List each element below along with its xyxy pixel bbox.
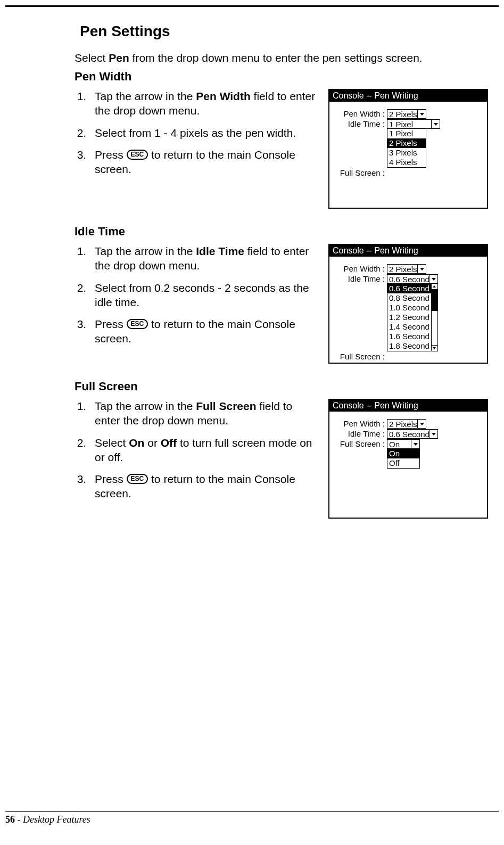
label-pen-width: Pen Width : [335, 109, 387, 118]
chevron-down-icon[interactable] [418, 109, 426, 119]
intro-text-post: from the drop down menu to enter the pen… [129, 52, 423, 64]
idle-time-combo[interactable]: 0.6 Second [387, 274, 438, 284]
top-rule [5, 5, 499, 7]
full-screen-dropdown[interactable]: On Off [387, 449, 420, 469]
pen-width-combo[interactable]: 2 Pixels [387, 419, 426, 429]
label-idle-time: Idle Time : [335, 274, 387, 283]
list-item: Tap the arrow in the Pen Width field to … [89, 89, 319, 118]
esc-key-icon: ESC [127, 474, 148, 484]
steps-full-screen: Tap the arrow in the Full Screen field t… [75, 399, 319, 501]
intro-paragraph: Select Pen from the drop down menu to en… [75, 52, 488, 64]
list-item[interactable]: 1.4 Second [387, 322, 431, 332]
scroll-up-icon[interactable] [432, 284, 437, 290]
page-footer: 56 - Desktop Features [5, 811, 499, 825]
chevron-down-icon[interactable] [429, 274, 438, 284]
esc-key-icon: ESC [127, 319, 148, 329]
list-item[interactable]: 1 Pixel [387, 129, 426, 138]
heading-pen-width: Pen Width [75, 70, 488, 84]
list-item[interactable]: 3 Pixels [387, 148, 426, 158]
scroll-down-icon[interactable] [432, 345, 437, 351]
list-item: Select On or Off to turn full screen mod… [89, 436, 319, 465]
chevron-down-icon[interactable] [432, 119, 440, 129]
steps-pen-width: Tap the arrow in the Pen Width field to … [75, 89, 319, 176]
idle-time-value: 0.6 Second [387, 274, 429, 284]
list-item: Press ESC to return to the main Console … [89, 317, 319, 346]
list-item[interactable]: Off [387, 458, 419, 468]
full-screen-value: On [387, 439, 411, 449]
footer-section: Desktop Features [23, 814, 90, 825]
pen-width-value: 2 Pixels [387, 419, 418, 429]
list-item[interactable]: 4 Pixels [387, 158, 426, 167]
list-item: Select from 0.2 seconds - 2 seconds as t… [89, 281, 319, 310]
pen-width-combo[interactable]: 2 Pixels [387, 109, 426, 119]
pen-width-value: 2 Pixels [387, 109, 418, 119]
label-pen-width: Pen Width : [335, 264, 387, 273]
footer-sep: - [15, 814, 23, 825]
list-item: Press ESC to return to the main Console … [89, 472, 319, 501]
list-item: Tap the arrow in the Full Screen field t… [89, 399, 319, 428]
scrollbar[interactable] [431, 284, 437, 351]
list-item[interactable]: 1.8 Second [387, 341, 431, 351]
idle-time-value: 1 Pixel [387, 119, 432, 129]
heading-full-screen: Full Screen [75, 380, 488, 393]
label-full-screen: Full Screen : [335, 168, 387, 177]
idle-time-combo[interactable]: 0.6 Second [387, 429, 438, 439]
intro-text-pre: Select [75, 52, 109, 64]
scroll-thumb[interactable] [432, 290, 437, 311]
idle-time-value: 0.6 Second [387, 429, 429, 439]
esc-key-icon: ESC [127, 150, 148, 160]
chevron-down-icon[interactable] [429, 429, 438, 439]
console-title: Console -- Pen Writing [329, 90, 487, 102]
pen-width-combo[interactable]: 2 Pixels [387, 264, 426, 274]
chevron-down-icon[interactable] [411, 439, 420, 449]
page-title: Pen Settings [80, 23, 488, 40]
chevron-down-icon[interactable] [418, 419, 426, 429]
label-idle-time: Idle Time : [335, 429, 387, 438]
idle-time-combo[interactable]: 1 Pixel [387, 119, 440, 129]
list-item[interactable]: On [387, 449, 419, 458]
console-title: Console -- Pen Writing [329, 400, 487, 412]
heading-idle-time: Idle Time [75, 225, 488, 239]
idle-time-dropdown[interactable]: 0.6 Second 0.8 Second 1.0 Second 1.2 Sec… [387, 284, 438, 351]
list-item[interactable]: 0.8 Second [387, 293, 431, 303]
console-figure-full-screen: Console -- Pen Writing Pen Width : 2 Pix… [328, 399, 488, 519]
list-item: Press ESC to return to the main Console … [89, 147, 319, 177]
list-item: Tap the arrow in the Idle Time field to … [89, 244, 319, 273]
page-number: 56 [5, 814, 15, 825]
console-title: Console -- Pen Writing [329, 245, 487, 257]
pen-width-value: 2 Pixels [387, 264, 418, 274]
full-screen-combo[interactable]: On [387, 439, 420, 449]
label-full-screen: Full Screen : [335, 352, 387, 361]
chevron-down-icon[interactable] [418, 264, 426, 274]
label-pen-width: Pen Width : [335, 419, 387, 428]
steps-idle-time: Tap the arrow in the Idle Time field to … [75, 244, 319, 346]
list-item[interactable]: 1.6 Second [387, 332, 431, 341]
list-item[interactable]: 2 Pixels [387, 138, 426, 148]
pen-width-dropdown[interactable]: 1 Pixel 2 Pixels 3 Pixels 4 Pixels [387, 129, 426, 168]
intro-text-bold: Pen [109, 52, 129, 64]
console-figure-pen-width: Console -- Pen Writing Pen Width : 2 Pix… [328, 89, 488, 209]
label-idle-time: Idle Time : [335, 119, 387, 128]
list-item: Select from 1 - 4 pixels as the pen widt… [89, 126, 319, 140]
list-item[interactable]: 1.0 Second [387, 303, 431, 313]
list-item[interactable]: 0.6 Second [387, 284, 431, 293]
list-item[interactable]: 1.2 Second [387, 313, 431, 322]
label-full-screen: Full Screen : [335, 439, 387, 448]
console-figure-idle-time: Console -- Pen Writing Pen Width : 2 Pix… [328, 244, 488, 364]
